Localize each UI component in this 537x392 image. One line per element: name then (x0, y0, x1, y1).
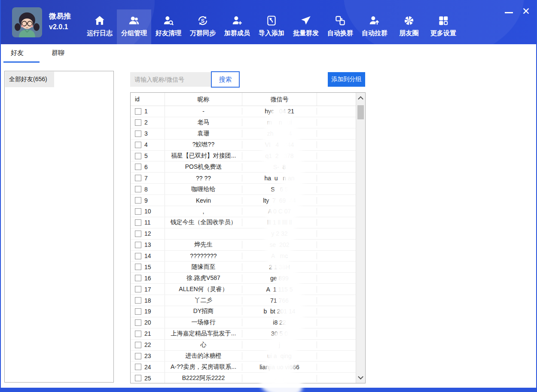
row-id: 14 (144, 252, 151, 259)
nav-item-label: 运行日志 (87, 29, 113, 37)
row-checkbox[interactable] (135, 197, 141, 204)
nav-item-label: 分组管理 (121, 29, 147, 37)
row-checkbox[interactable] (135, 275, 141, 281)
window-border-bottom (0, 388, 537, 392)
row-checkbox[interactable] (135, 264, 141, 270)
row-id: 9 (144, 197, 148, 204)
row-checkbox[interactable] (135, 331, 141, 337)
tab-friends[interactable]: 好友 (11, 49, 24, 57)
table-row[interactable]: 17ALLEN何（灵睿）A 1 115 5 (131, 284, 356, 295)
row-checkbox[interactable] (135, 353, 141, 359)
row-id: 24 (144, 364, 151, 371)
row-checkbox[interactable] (135, 286, 141, 292)
row-nickname: 袁珊 (165, 130, 242, 137)
app-title: 微易推 v2.0.1 (49, 11, 71, 33)
row-wechat-id: 71 766 (242, 297, 317, 304)
row-checkbox[interactable] (135, 208, 141, 215)
table-row[interactable]: 5福星【已双封】对接团...q1 2 378 (131, 151, 356, 162)
row-checkbox[interactable] (135, 297, 141, 304)
nav-item-sync[interactable]: S万群同步 (186, 9, 220, 44)
table-row[interactable]: 16徐.路虎V587ge 899 (131, 273, 356, 284)
table-row[interactable]: 20一场修行i8 22 (131, 317, 356, 328)
row-checkbox[interactable] (135, 142, 141, 148)
row-wechat-id: b bt 201 14 (242, 308, 317, 315)
row-checkbox[interactable] (135, 186, 141, 192)
send-icon (300, 13, 312, 27)
close-button[interactable]: ✕ (522, 6, 530, 16)
row-checkbox[interactable] (135, 231, 141, 237)
table-row[interactable]: 4?鮫嘫??VI 4 444 (131, 140, 356, 151)
row-id-cell: 8 (131, 184, 165, 194)
nav-item-grid[interactable]: 更多设置 (426, 9, 461, 44)
table-row[interactable]: 1-hyc 04 21 (131, 106, 356, 117)
column-header-id: id (131, 93, 165, 106)
nav-item-clone[interactable]: 自动换群 (323, 9, 357, 44)
row-wechat-id: fb 5 (242, 375, 317, 382)
row-id-cell: 16 (131, 273, 165, 283)
table-row[interactable]: 24A-??卖房，买房请联系...lianjia uo vi666 (131, 362, 356, 373)
row-checkbox[interactable] (135, 108, 141, 115)
svg-text:S: S (201, 18, 204, 24)
row-nickname: ?鮫嘫?? (165, 141, 242, 149)
row-checkbox[interactable] (135, 308, 141, 315)
table-row[interactable]: 10,A 0 C 07 (131, 206, 356, 217)
row-checkbox[interactable] (135, 375, 141, 381)
row-checkbox[interactable] (135, 153, 141, 159)
row-checkbox[interactable] (135, 175, 141, 181)
table-row[interactable]: 2老马m n ui (131, 117, 356, 128)
table-row[interactable]: 13烨先生se 202 (131, 240, 356, 251)
minimize-button[interactable] (505, 12, 513, 13)
table-row[interactable]: 15随缘而至2 1 38H (131, 261, 356, 273)
row-checkbox[interactable] (135, 219, 141, 226)
nav-item-user-up[interactable]: 自动拉群 (357, 9, 392, 44)
row-checkbox[interactable] (135, 319, 141, 326)
table-row[interactable]: 18丫二彡71 766 (131, 295, 356, 306)
row-checkbox[interactable] (135, 119, 141, 126)
nav-item-user-add[interactable]: 加群成员 (220, 9, 254, 44)
nav-item-users[interactable]: 分组管理 (117, 9, 151, 44)
nav-item-home[interactable]: 运行日志 (82, 9, 117, 44)
row-nickname: DY招商 (165, 307, 242, 315)
table-row[interactable]: 9Kevinlty 7 69 44 (131, 195, 356, 206)
row-checkbox[interactable] (135, 253, 141, 259)
table-row[interactable]: 7?? ??ha u n an (131, 173, 356, 184)
table-row[interactable]: 8咖喱给给S 6 5 (131, 184, 356, 195)
table-row[interactable]: 3袁珊zh 14 (131, 128, 356, 140)
row-checkbox[interactable] (135, 342, 141, 348)
row-checkbox[interactable] (135, 364, 141, 370)
nav-item-user-search[interactable]: 好友清理 (151, 9, 186, 44)
table-row[interactable]: 12y 2 32 (131, 228, 356, 240)
search-button[interactable]: 搜索 (211, 71, 240, 88)
row-id-cell: 3 (131, 128, 165, 139)
nav-item-label: 朋友圈 (400, 29, 419, 37)
tab-group-chats[interactable]: 群聊 (52, 49, 64, 57)
nav-item-import[interactable]: 导入添加 (254, 9, 289, 44)
nav-item-aperture[interactable]: 朋友圈 (392, 9, 426, 44)
table-row[interactable]: 11钱定今生（全国收学员）lll 1 ll llll ll (131, 217, 356, 228)
table-row[interactable]: 6POS机免费送S- 8 (131, 161, 356, 173)
scrollbar-down-arrow-icon[interactable] (358, 374, 363, 380)
row-wechat-id: A 1 115 5 (242, 286, 317, 293)
sidebar-item-all-friends[interactable]: 全部好友(656) (5, 72, 54, 87)
row-id: 8 (144, 186, 148, 193)
row-wechat-id: zh 14 (242, 130, 317, 137)
row-wechat-id: ha u n an (242, 175, 317, 182)
table-row[interactable]: 14????????A mc (131, 251, 356, 262)
table-row[interactable]: 22心j (131, 340, 356, 351)
search-input[interactable] (130, 72, 211, 87)
row-id: 20 (144, 319, 151, 326)
scrollbar-thumb[interactable] (357, 105, 364, 119)
row-checkbox[interactable] (135, 131, 141, 137)
avatar-girl-illustration (12, 7, 42, 37)
scrollbar-up-arrow-icon[interactable] (358, 96, 363, 102)
table-row[interactable]: 23进击的冰糖橙ui a qing (131, 351, 356, 362)
table-scrollbar[interactable] (356, 93, 365, 383)
table-row[interactable]: 19DY招商b bt 201 14 (131, 306, 356, 317)
row-checkbox[interactable] (135, 242, 141, 248)
nav-item-label: 导入添加 (259, 29, 284, 37)
row-checkbox[interactable] (135, 164, 141, 170)
table-row[interactable]: 21上海嘉定精品车批发于...30 5 0 (131, 328, 356, 340)
table-row[interactable]: 25B2222阿乐2222fb 5 (131, 373, 356, 383)
nav-item-send[interactable]: 批量群发 (289, 9, 323, 44)
add-to-group-button[interactable]: 添加到分组 (328, 72, 365, 87)
